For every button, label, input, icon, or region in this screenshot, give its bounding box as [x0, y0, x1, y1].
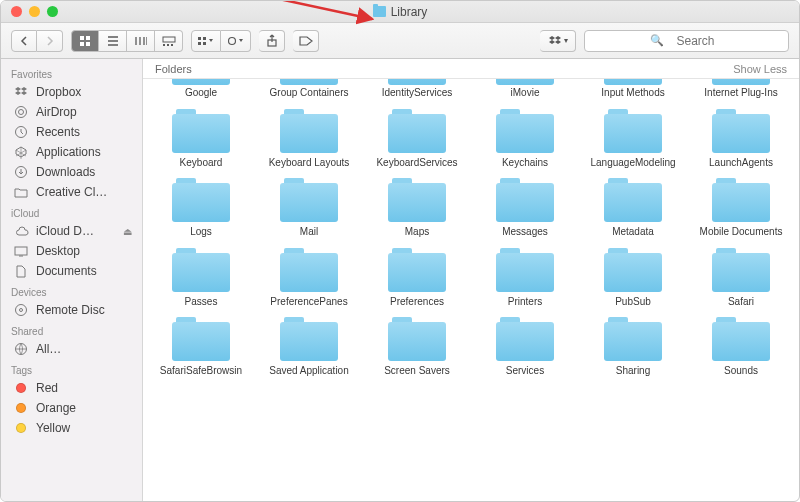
folder-icon: [280, 79, 338, 85]
tag-icon: [13, 401, 29, 415]
folder-label: LaunchAgents: [709, 157, 773, 169]
folder-item[interactable]: Screen Savers: [365, 317, 469, 377]
search-input[interactable]: [584, 30, 789, 52]
folder-item[interactable]: Google: [149, 79, 253, 99]
folder-item[interactable]: Group Containers: [257, 79, 361, 99]
svg-rect-12: [198, 42, 201, 45]
svg-rect-10: [198, 37, 201, 40]
folder-icon: [172, 317, 230, 361]
folder-item[interactable]: KeyboardServices: [365, 109, 469, 169]
sidebar-item-airdrop[interactable]: AirDrop: [1, 102, 142, 122]
folder-item[interactable]: Safari: [689, 248, 793, 308]
folder-label: Keychains: [502, 157, 548, 169]
content-header: Folders Show Less: [143, 59, 799, 79]
svg-rect-13: [203, 42, 206, 45]
folder-icon: [172, 178, 230, 222]
folder-icon: [496, 109, 554, 153]
dropbox-icon: [13, 85, 29, 99]
folder-item[interactable]: LaunchAgents: [689, 109, 793, 169]
sidebar-item-yellow[interactable]: Yellow: [1, 418, 142, 438]
svg-rect-5: [86, 42, 90, 46]
airdrop-icon: [13, 105, 29, 119]
folder-item[interactable]: SafariSafeBrowsin: [149, 317, 253, 377]
folder-icon: [496, 79, 554, 85]
sidebar-item-all[interactable]: All…: [1, 339, 142, 359]
folder-item[interactable]: Logs: [149, 178, 253, 238]
svg-rect-9: [171, 44, 173, 46]
show-less-button[interactable]: Show Less: [733, 63, 787, 75]
sidebar-item-label: iCloud D…: [36, 224, 94, 238]
column-view-button[interactable]: [127, 30, 155, 52]
folder-icon: [388, 317, 446, 361]
sidebar-item-label: All…: [36, 342, 61, 356]
recents-icon: [13, 125, 29, 139]
folder-item[interactable]: Input Methods: [581, 79, 685, 99]
folder-label: Safari: [728, 296, 754, 308]
icon-view-button[interactable]: [71, 30, 99, 52]
tag-icon: [13, 381, 29, 395]
sidebar-item-downloads[interactable]: Downloads: [1, 162, 142, 182]
svg-rect-3: [86, 36, 90, 40]
sidebar-item-label: AirDrop: [36, 105, 77, 119]
dropbox-toolbar-button[interactable]: ▾: [540, 30, 576, 52]
svg-point-16: [16, 107, 27, 118]
sidebar-item-icloudd[interactable]: iCloud D…⏏: [1, 221, 142, 241]
svg-rect-2: [80, 36, 84, 40]
folder-grid: GoogleGroup ContainersIdentityServicesiM…: [143, 79, 799, 501]
folder-item[interactable]: Metadata: [581, 178, 685, 238]
back-button[interactable]: [11, 30, 37, 52]
folder-item[interactable]: Messages: [473, 178, 577, 238]
folder-item[interactable]: Keyboard: [149, 109, 253, 169]
sidebar-item-applications[interactable]: Applications: [1, 142, 142, 162]
folder-icon: [604, 79, 662, 85]
folder-item[interactable]: PubSub: [581, 248, 685, 308]
folder-item[interactable]: Sounds: [689, 317, 793, 377]
folder-item[interactable]: Printers: [473, 248, 577, 308]
list-view-button[interactable]: [99, 30, 127, 52]
group-button[interactable]: [191, 30, 221, 52]
folder-icon: [280, 248, 338, 292]
folder-item[interactable]: Maps: [365, 178, 469, 238]
folder-item[interactable]: Keychains: [473, 109, 577, 169]
sidebar-item-red[interactable]: Red: [1, 378, 142, 398]
folder-item[interactable]: Mail: [257, 178, 361, 238]
sidebar-item-documents[interactable]: Documents: [1, 261, 142, 281]
folder-icon: [280, 178, 338, 222]
gallery-view-button[interactable]: [155, 30, 183, 52]
folder-item[interactable]: PreferencePanes: [257, 248, 361, 308]
folder-icon: [388, 178, 446, 222]
folder-item[interactable]: Sharing: [581, 317, 685, 377]
tag-icon: [13, 421, 29, 435]
folder-label: Screen Savers: [384, 365, 450, 377]
sidebar-item-desktop[interactable]: Desktop: [1, 241, 142, 261]
folder-item[interactable]: Mobile Documents: [689, 178, 793, 238]
view-group: [71, 30, 183, 52]
action-menu-button[interactable]: [221, 30, 251, 52]
sidebar-item-orange[interactable]: Orange: [1, 398, 142, 418]
forward-button[interactable]: [37, 30, 63, 52]
folder-item[interactable]: iMovie: [473, 79, 577, 99]
disc-icon: [13, 303, 29, 317]
tags-button[interactable]: [293, 30, 319, 52]
folder-item[interactable]: Preferences: [365, 248, 469, 308]
folder-item[interactable]: IdentityServices: [365, 79, 469, 99]
folder-icon: [388, 109, 446, 153]
folder-item[interactable]: Keyboard Layouts: [257, 109, 361, 169]
folder-item[interactable]: Services: [473, 317, 577, 377]
sidebar-item-creativecl[interactable]: Creative Cl…: [1, 182, 142, 202]
sidebar-item-remotedisc[interactable]: Remote Disc: [1, 300, 142, 320]
sidebar-item-recents[interactable]: Recents: [1, 122, 142, 142]
folder-label: IdentityServices: [382, 87, 453, 99]
folder-icon: [280, 109, 338, 153]
folder-icon: [496, 317, 554, 361]
folder-icon: [604, 178, 662, 222]
folder-icon: [712, 317, 770, 361]
folder-item[interactable]: Passes: [149, 248, 253, 308]
folder-item[interactable]: LanguageModeling: [581, 109, 685, 169]
share-button[interactable]: [259, 30, 285, 52]
folder-item[interactable]: Internet Plug-Ins: [689, 79, 793, 99]
folder-item[interactable]: Saved Application: [257, 317, 361, 377]
sidebar-item-dropbox[interactable]: Dropbox: [1, 82, 142, 102]
search-field[interactable]: 🔍: [584, 30, 789, 52]
eject-icon[interactable]: ⏏: [123, 226, 132, 237]
